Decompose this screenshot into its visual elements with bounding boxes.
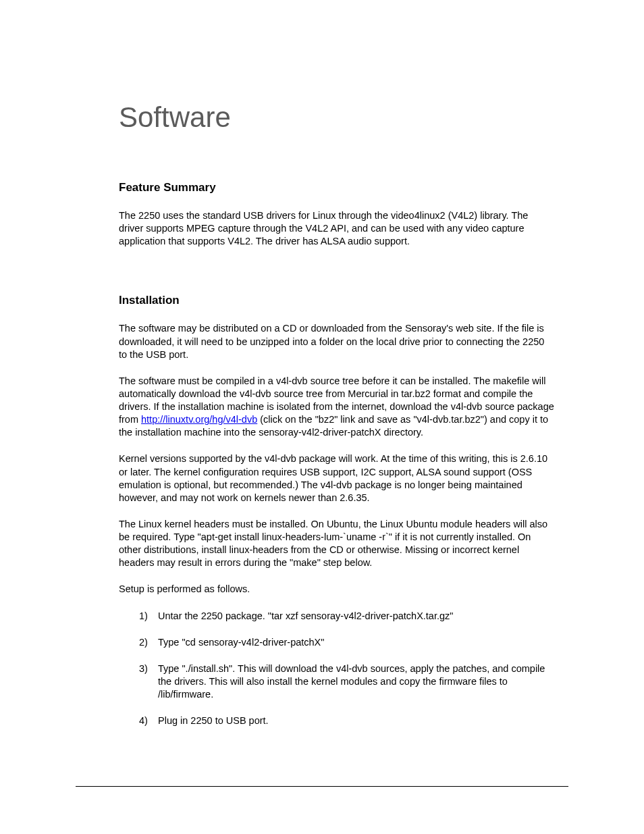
feature-summary-heading: Feature Summary (119, 181, 555, 194)
content-area: Software Feature Summary The 2250 uses t… (76, 101, 568, 727)
setup-steps-list: Untar the 2250 package. "tar xzf sensora… (139, 610, 555, 728)
footer-divider (76, 786, 568, 787)
installation-paragraph-1: The software may be distributed on a CD … (119, 322, 555, 361)
setup-step-1: Untar the 2250 package. "tar xzf sensora… (139, 610, 555, 623)
installation-paragraph-4: The Linux kernel headers must be install… (119, 518, 555, 570)
page-title: Software (119, 101, 555, 134)
section-spacer (119, 261, 555, 294)
document-page: Software Feature Summary The 2250 uses t… (0, 0, 644, 834)
installation-paragraph-3: Kernel versions supported by the v4l-dvb… (119, 452, 555, 504)
setup-step-3: Type "./install.sh". This will download … (139, 662, 555, 701)
installation-paragraph-2: The software must be compiled in a v4l-d… (119, 375, 555, 440)
setup-step-2: Type "cd sensoray-v4l2-driver-patchX" (139, 636, 555, 649)
installation-paragraph-5: Setup is performed as follows. (119, 583, 555, 596)
installation-heading: Installation (119, 294, 555, 307)
feature-summary-paragraph: The 2250 uses the standard USB drivers f… (119, 209, 555, 248)
linuxtv-link[interactable]: http://linuxtv.org/hg/v4l-dvb (141, 414, 257, 425)
setup-step-4: Plug in 2250 to USB port. (139, 714, 555, 727)
